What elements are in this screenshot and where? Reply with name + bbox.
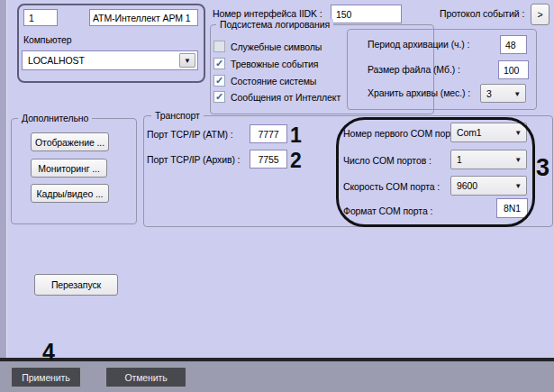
atm-port-input[interactable]: 7777 [250, 124, 287, 143]
first-com-port-label: Номер первого COM порта : [343, 128, 465, 140]
keep-archives-value: 3 [486, 88, 492, 99]
cancel-button[interactable]: Отменить [105, 367, 186, 387]
event-protocol-button[interactable]: > [531, 4, 549, 25]
file-size-input[interactable]: 100 [498, 60, 529, 79]
com-port-count-select[interactable]: 1 ▼ [450, 150, 527, 169]
keep-archives-label: Хранить архивы (мес.) : [368, 87, 470, 99]
keep-archives-select[interactable]: 3 ▼ [480, 84, 526, 103]
intellect-messages-checkbox[interactable]: ✓ [213, 91, 225, 103]
object-id-field[interactable]: 1 [23, 9, 58, 26]
frames-video-button[interactable]: Кадры/видео ... [31, 184, 109, 203]
computer-label: Компьютер [23, 34, 71, 46]
com-port-format-label: Формат COM порта : [343, 205, 432, 217]
apply-button[interactable]: Применить [11, 367, 81, 387]
alarm-events-checkbox[interactable]: ✓ [213, 58, 225, 69]
com-port-speed-value: 9600 [457, 180, 477, 191]
checkbox-row-intellect-messages[interactable]: ✓ Сообщения от Интеллект [213, 91, 341, 103]
checkbox-row-service-symbols[interactable]: Служебные символы [213, 41, 322, 52]
archive-port-input[interactable]: 7755 [250, 150, 287, 169]
archive-port-label: Порт TCP/IP (Архив) : [147, 154, 240, 166]
archive-period-input[interactable]: 48 [500, 35, 527, 54]
chevron-down-icon: ▼ [513, 89, 521, 97]
alarm-events-label: Тревожные события [231, 59, 318, 69]
com-port-speed-label: Скорость COM порта : [343, 181, 440, 193]
footer-bar [0, 361, 554, 392]
intellect-messages-label: Сообщения от Интеллект [231, 92, 341, 103]
com-port-speed-select[interactable]: 9600 ▼ [450, 176, 527, 196]
service-symbols-checkbox[interactable] [213, 41, 225, 52]
file-size-value: 100 [504, 65, 519, 76]
transport-title: Транспорт [151, 110, 204, 121]
system-state-label: Состояние системы [231, 76, 316, 87]
service-symbols-label: Служебные символы [231, 41, 322, 52]
com-port-count-label: Число COM портов : [343, 155, 431, 167]
archive-period-value: 48 [505, 40, 515, 50]
first-com-port-value: Com1 [457, 127, 482, 138]
event-protocol-label: Протокол событий : [440, 8, 524, 20]
computer-select[interactable]: LOCALHOST ▼ [22, 50, 198, 70]
atm-port-value: 7777 [259, 129, 279, 140]
com-port-format-input[interactable]: 8N1 [496, 198, 528, 218]
additional-title: Дополнительно [18, 113, 92, 123]
object-name-field[interactable]: АТМ-Интеллект АРМ 1 [89, 9, 198, 26]
com-port-format-value: 8N1 [504, 203, 521, 214]
com-port-count-value: 1 [457, 154, 462, 165]
chevron-down-icon: ▼ [514, 156, 522, 164]
chevron-down-icon: ▼ [514, 182, 522, 190]
restart-button[interactable]: Перезапуск [34, 274, 118, 296]
iidk-number-input[interactable]: 150 [331, 5, 402, 23]
object-name-value: АТМ-Интеллект АРМ 1 [93, 13, 190, 23]
chevron-down-icon[interactable]: ▼ [179, 53, 195, 68]
logging-subsystem-title: Подсистема логирования [216, 19, 333, 30]
checkbox-row-alarm-events[interactable]: ✓ Тревожные события [213, 58, 318, 69]
file-size-label: Размер файла (Мб.) : [368, 64, 460, 76]
computer-select-value: LOCALHOST [28, 55, 85, 66]
left-edge-strip [0, 0, 7, 359]
archive-port-value: 7755 [259, 154, 279, 165]
atm-port-label: Порт TCP/IP (ATM) : [147, 129, 233, 141]
system-state-checkbox[interactable]: ✓ [213, 75, 225, 87]
display-button[interactable]: Отображение ... [31, 132, 109, 151]
iidk-number-value: 150 [336, 9, 351, 20]
first-com-port-select[interactable]: Com1 ▼ [450, 123, 527, 142]
object-id-value: 1 [29, 13, 34, 23]
chevron-right-icon: > [537, 9, 542, 20]
chevron-down-icon: ▼ [514, 129, 522, 137]
monitoring-button[interactable]: Мониторинг ... [31, 159, 107, 178]
atm-intellect-arm-settings-panel: 1 АТМ-Интеллект АРМ 1 Компьютер LOCALHOS… [0, 0, 554, 392]
checkbox-row-system-state[interactable]: ✓ Состояние системы [213, 75, 316, 87]
archive-period-label: Период архивации (ч.) : [368, 39, 469, 50]
